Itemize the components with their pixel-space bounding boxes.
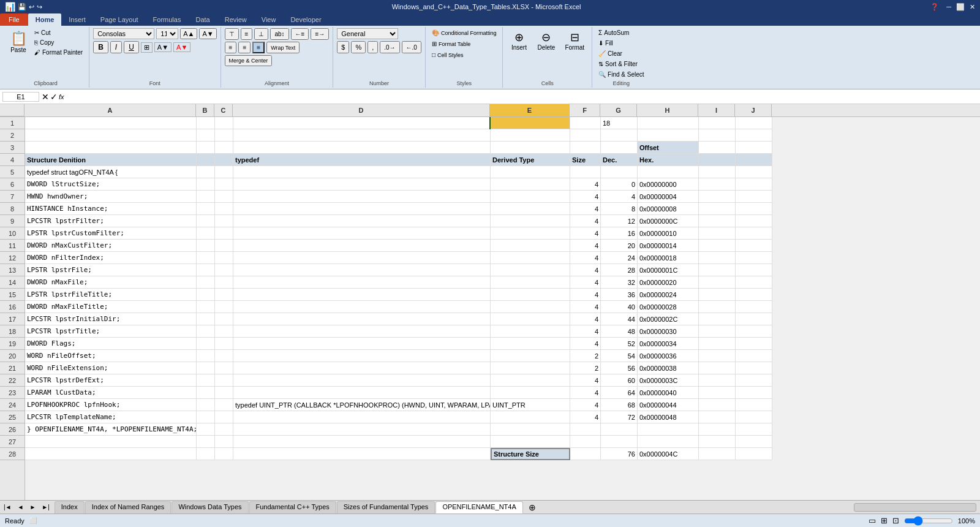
cell-j1[interactable] [736, 117, 772, 129]
cell-a20[interactable]: WORD nFileOffset; [25, 350, 197, 362]
cell-e24[interactable]: UINT_PTR [491, 399, 570, 411]
cell-d6[interactable] [233, 178, 491, 191]
cell-h21[interactable]: 0x00000038 [638, 362, 699, 374]
row-header-19[interactable]: 19 [0, 338, 24, 350]
cell-j20[interactable] [736, 350, 772, 362]
cell-j15[interactable] [736, 289, 772, 301]
cell-b25[interactable] [197, 411, 215, 423]
cell-j6[interactable] [736, 178, 772, 191]
decrease-decimal-btn[interactable]: ←.0 [402, 41, 421, 53]
help-icon[interactable]: ❓ [930, 3, 939, 11]
cell-f9[interactable]: 4 [570, 215, 601, 227]
cell-d22[interactable] [233, 374, 491, 387]
row-header-25[interactable]: 25 [0, 411, 24, 423]
cell-c27[interactable] [215, 436, 233, 448]
cell-b6[interactable] [197, 178, 215, 191]
row-header-22[interactable]: 22 [0, 374, 24, 387]
cell-j23[interactable] [736, 387, 772, 399]
cell-g1[interactable]: 18 [601, 117, 638, 129]
cell-e21[interactable] [491, 362, 570, 374]
cell-g14[interactable]: 32 [601, 276, 638, 289]
cell-f25[interactable]: 4 [570, 411, 601, 423]
col-header-i[interactable]: I [698, 104, 735, 116]
tab-formulas[interactable]: Formulas [146, 13, 189, 26]
cell-b24[interactable] [197, 399, 215, 411]
cell-h9[interactable]: 0x0000000C [638, 215, 699, 227]
cell-b14[interactable] [197, 276, 215, 289]
cell-j24[interactable] [736, 399, 772, 411]
cell-c19[interactable] [215, 338, 233, 350]
cell-j10[interactable] [736, 227, 772, 240]
cell-h6[interactable]: 0x00000000 [638, 178, 699, 191]
cell-j8[interactable] [736, 203, 772, 215]
cell-h11[interactable]: 0x00000014 [638, 240, 699, 252]
cell-h10[interactable]: 0x00000010 [638, 227, 699, 240]
italic-button[interactable]: I [110, 41, 122, 53]
cell-d2[interactable] [233, 129, 491, 142]
row-header-12[interactable]: 12 [0, 252, 24, 264]
cell-h19[interactable]: 0x00000034 [638, 338, 699, 350]
cell-j7[interactable] [736, 191, 772, 203]
quick-access-save[interactable]: 💾 [18, 3, 26, 11]
cell-h12[interactable]: 0x00000018 [638, 252, 699, 264]
cell-e5[interactable] [491, 166, 570, 178]
formula-input[interactable] [67, 93, 978, 101]
cell-a8[interactable]: HINSTANCE hInstance; [25, 203, 197, 215]
cell-f21[interactable]: 2 [570, 362, 601, 374]
cell-a24[interactable]: LPOFNHOOKPROC lpfnHook; [25, 399, 197, 411]
cell-c2[interactable] [215, 129, 233, 142]
tab-view[interactable]: View [254, 13, 284, 26]
cell-g20[interactable]: 54 [601, 350, 638, 362]
cell-c14[interactable] [215, 276, 233, 289]
cell-i19[interactable] [699, 338, 736, 350]
row-header-14[interactable]: 14 [0, 276, 24, 289]
cell-f8[interactable]: 4 [570, 203, 601, 215]
cell-d17[interactable] [233, 313, 491, 325]
cell-j19[interactable] [736, 338, 772, 350]
cell-h3-offset[interactable]: Offset [638, 142, 699, 154]
cell-d11[interactable] [233, 240, 491, 252]
cell-g28[interactable]: 76 [601, 448, 638, 460]
cell-d12[interactable] [233, 252, 491, 264]
sheet-tab-windows-data-types[interactable]: Windows Data Types [172, 501, 248, 514]
cell-b5[interactable] [197, 166, 215, 178]
cell-styles-btn[interactable]: □ Cell Styles [429, 50, 466, 59]
col-header-c[interactable]: C [214, 104, 233, 116]
cell-g25[interactable]: 72 [601, 411, 638, 423]
text-orient-btn[interactable]: ab↕ [270, 28, 288, 40]
cell-f27[interactable] [570, 436, 601, 448]
cell-i3[interactable] [699, 142, 736, 154]
cell-a5[interactable]: typedef struct tagOFN_NT4A { [25, 166, 197, 178]
row-header-5[interactable]: 5 [0, 166, 24, 178]
cell-i4[interactable] [699, 154, 736, 166]
cell-d9[interactable] [233, 215, 491, 227]
cell-h18[interactable]: 0x00000030 [638, 325, 699, 338]
cell-f17[interactable]: 4 [570, 313, 601, 325]
cell-f28[interactable] [570, 448, 601, 460]
cell-h8[interactable]: 0x00000008 [638, 203, 699, 215]
cell-g13[interactable]: 28 [601, 264, 638, 276]
wrap-text-btn[interactable]: Wrap Text [266, 42, 300, 53]
cell-h23[interactable]: 0x00000040 [638, 387, 699, 399]
insert-button[interactable]: ⊕ Insert [507, 28, 531, 53]
cell-b28[interactable] [197, 448, 215, 460]
cell-c11[interactable] [215, 240, 233, 252]
cell-h13[interactable]: 0x0000001C [638, 264, 699, 276]
format-painter-button[interactable]: 🖌 Format Painter [32, 48, 85, 57]
cell-i16[interactable] [699, 301, 736, 313]
cell-g7[interactable]: 4 [601, 191, 638, 203]
cell-i27[interactable] [699, 436, 736, 448]
cell-e13[interactable] [491, 264, 570, 276]
cell-i18[interactable] [699, 325, 736, 338]
cell-b3[interactable] [197, 142, 215, 154]
cell-a27[interactable] [25, 436, 197, 448]
view-normal-btn[interactable]: ▭ [869, 516, 876, 525]
cell-f13[interactable]: 4 [570, 264, 601, 276]
cell-g10[interactable]: 16 [601, 227, 638, 240]
cell-e1[interactable] [491, 117, 570, 129]
underline-button[interactable]: U [124, 41, 139, 53]
cell-e10[interactable] [491, 227, 570, 240]
cell-b11[interactable] [197, 240, 215, 252]
cell-f3[interactable] [570, 142, 601, 154]
cell-c10[interactable] [215, 227, 233, 240]
